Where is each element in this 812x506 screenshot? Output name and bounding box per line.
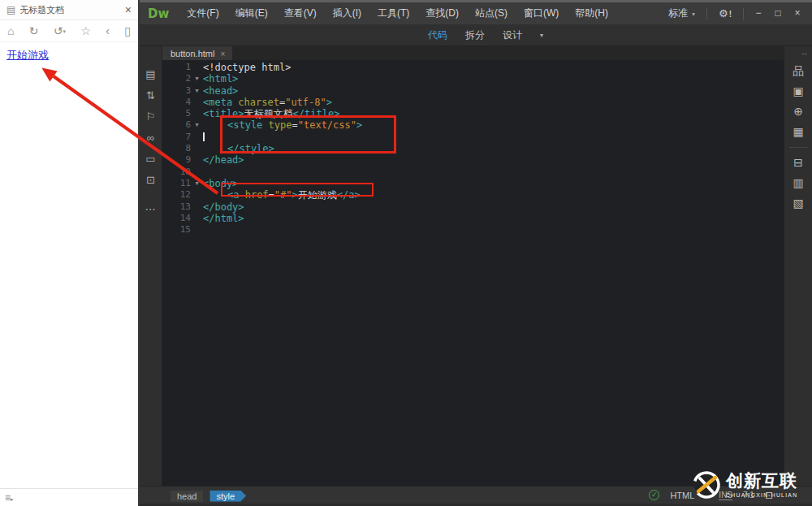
- view-mode-switcher: 代码拆分设计▾: [428, 24, 543, 46]
- page-icon[interactable]: ▯: [124, 25, 131, 37]
- maximize-button[interactable]: □: [768, 2, 788, 24]
- divider: [789, 147, 808, 148]
- menu-item[interactable]: 插入(I): [325, 7, 369, 19]
- history-icon[interactable]: ↺▾: [54, 25, 66, 37]
- close-button[interactable]: ×: [788, 2, 807, 24]
- insert-panel-icon[interactable]: ⊕: [793, 106, 803, 117]
- settings-gear-icon[interactable]: ⚙!: [712, 7, 738, 19]
- divider: [743, 8, 744, 19]
- browser-close-icon[interactable]: ×: [125, 4, 132, 15]
- css-designer-icon[interactable]: ▦: [793, 126, 803, 137]
- minimize-button[interactable]: −: [749, 2, 768, 24]
- favorites-icon[interactable]: ☆: [80, 25, 91, 37]
- remove-comment-icon[interactable]: ⊡: [146, 175, 155, 185]
- fold-arrow-icon[interactable]: ▼: [191, 73, 203, 84]
- snippets-panel-icon[interactable]: ▥: [793, 177, 803, 188]
- dreamweaver-logo: Dw: [140, 6, 179, 21]
- open-documents-icon[interactable]: ▤: [145, 69, 155, 80]
- fold-gutter: [191, 143, 203, 154]
- device-preview-icon[interactable]: ⊡: [765, 490, 773, 501]
- code-line[interactable]: 3▼<head>: [162, 85, 784, 97]
- code-line[interactable]: 15: [162, 224, 784, 236]
- link-checker-icon[interactable]: ∞: [147, 132, 154, 143]
- panel-collapse-icon[interactable]: ‥: [801, 48, 807, 56]
- code-line-text: <title>无标题文档</title>: [203, 108, 784, 119]
- line-number: 8: [162, 143, 191, 154]
- code-editor[interactable]: 1<!doctype html>2▼<html>3▼<head>4<meta c…: [162, 60, 784, 486]
- chevron-down-icon[interactable]: ▾: [705, 491, 708, 499]
- code-line[interactable]: 4<meta charset="utf-8">: [162, 97, 784, 108]
- tag-selector-style[interactable]: style: [209, 491, 246, 502]
- sidebar-list-icon[interactable]: ≡▸: [5, 492, 14, 504]
- site-map-icon[interactable]: 品: [793, 65, 804, 76]
- code-line-text: [203, 224, 784, 236]
- tag-selector-path: headstyle: [171, 488, 253, 503]
- menu-item[interactable]: 窗口(W): [516, 7, 567, 19]
- tab-close-icon[interactable]: ×: [220, 50, 225, 58]
- code-line[interactable]: 10: [162, 167, 784, 178]
- browser-bottom-bar: ≡▸: [0, 488, 138, 506]
- code-line[interactable]: 9</head>: [162, 154, 784, 166]
- code-line-text: <body>: [203, 178, 784, 189]
- view-mode-active[interactable]: 代码: [428, 28, 447, 42]
- fold-gutter: [191, 108, 203, 119]
- status-right: ✓ HTML ▾ INS 7:1 ⊡: [649, 490, 773, 501]
- fold-arrow-icon[interactable]: ▼: [191, 178, 203, 189]
- validate-icon[interactable]: ⚐: [146, 111, 156, 122]
- browser-tab-title: 无标题文档: [19, 4, 124, 16]
- code-line[interactable]: 13</body>: [162, 201, 784, 213]
- line-number: 1: [162, 62, 191, 73]
- line-number: 15: [162, 224, 191, 236]
- view-mode-tab[interactable]: 拆分: [465, 28, 485, 42]
- apply-comment-icon[interactable]: ▭: [145, 154, 155, 164]
- workspace-switcher[interactable]: 标准▾: [662, 6, 702, 20]
- menu-bar: Dw 文件(F)编辑(E)查看(V)插入(I)工具(T)查找(D)站点(S)窗口…: [140, 2, 812, 24]
- home-icon[interactable]: ⌂: [7, 25, 14, 37]
- menu-item[interactable]: 查找(D): [417, 7, 467, 19]
- code-view-icon[interactable]: ▧: [793, 197, 803, 209]
- line-number: 11: [162, 178, 191, 189]
- code-line[interactable]: 12<a href="#">开始游戏</a>: [162, 189, 784, 201]
- assets-panel-icon[interactable]: ▣: [793, 85, 803, 97]
- doc-type-label[interactable]: HTML: [670, 491, 694, 500]
- start-game-link[interactable]: 开始游戏: [6, 49, 49, 61]
- insert-mode-label: INS: [719, 491, 732, 500]
- menu-item[interactable]: 查看(V): [276, 7, 325, 19]
- code-line[interactable]: 11▼<body>: [162, 178, 784, 189]
- cursor-position: 7:1: [743, 491, 754, 500]
- panel-strip: ‥品▣⊕▦⊟▥▧: [784, 46, 812, 486]
- menu-item[interactable]: 帮助(H): [567, 7, 616, 19]
- fold-arrow-icon[interactable]: ▼: [191, 85, 203, 97]
- refresh-icon[interactable]: ↻: [29, 25, 39, 37]
- menubar-right: 标准▾ ⚙! − □ ×: [662, 2, 812, 24]
- code-line[interactable]: 6▼<style type="text/css">: [162, 119, 784, 131]
- dom-panel-icon[interactable]: ⊟: [793, 157, 803, 168]
- code-line[interactable]: 14</html>: [162, 213, 784, 224]
- line-number: 5: [162, 108, 191, 119]
- code-line[interactable]: 1<!doctype html>: [162, 62, 784, 73]
- more-tools-icon[interactable]: ⋯: [145, 204, 157, 214]
- code-line[interactable]: 5<title>无标题文档</title>: [162, 108, 784, 119]
- back-icon[interactable]: ‹: [106, 25, 110, 37]
- coding-toolbar: ▤⇅⚐∞▭⊡⋯: [140, 46, 162, 486]
- format-source-icon[interactable]: ⇅: [146, 90, 155, 101]
- browser-toolbar: ⌂↻↺▾☆‹▯: [0, 20, 138, 42]
- fold-arrow-icon[interactable]: ▼: [191, 119, 203, 131]
- menu-item[interactable]: 文件(F): [179, 7, 227, 19]
- browser-title-bar: ▤ 无标题文档 ×: [0, 0, 138, 20]
- tab-button-html[interactable]: button.html ×: [162, 46, 232, 60]
- tag-selector-head[interactable]: head: [171, 491, 203, 502]
- view-mode-tab[interactable]: 设计: [503, 28, 522, 42]
- document-toolbar: 代码拆分设计▾: [140, 24, 812, 46]
- line-number: 14: [162, 213, 191, 224]
- menu-item[interactable]: 工具(T): [369, 7, 417, 19]
- code-line-text: <a href="#">开始游戏</a>: [203, 189, 784, 201]
- code-line[interactable]: 2▼<html>: [162, 73, 784, 84]
- chevron-down-icon[interactable]: ▾: [540, 32, 543, 39]
- page-icon: ▤: [6, 4, 15, 15]
- code-line[interactable]: 7: [162, 132, 784, 143]
- menu-item[interactable]: 编辑(E): [227, 7, 276, 19]
- menu-item[interactable]: 站点(S): [467, 7, 516, 19]
- code-line-text: <meta charset="utf-8">: [203, 97, 784, 108]
- code-line[interactable]: 8</style>: [162, 143, 784, 154]
